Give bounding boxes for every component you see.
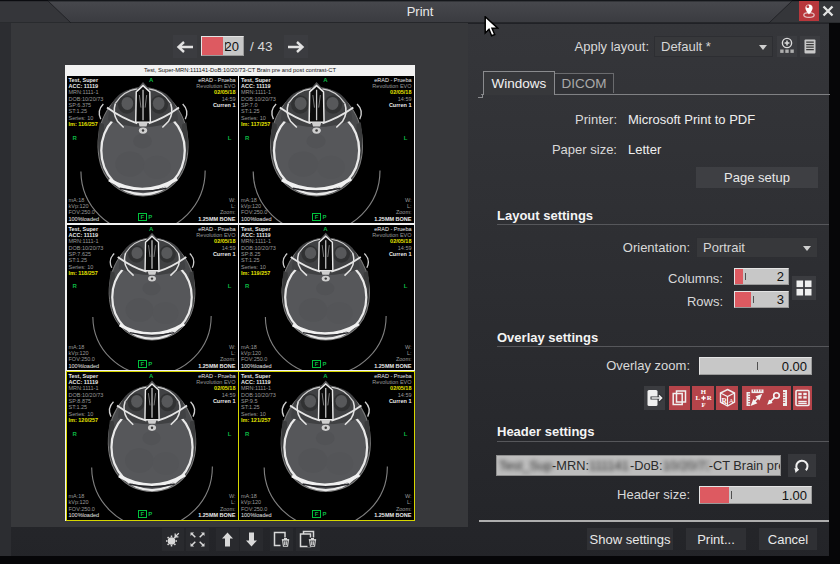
svg-text:A: A (728, 397, 733, 405)
svg-text:R: R (706, 394, 711, 401)
svg-text:F: F (701, 401, 705, 408)
svg-text:R: R (721, 397, 727, 406)
svg-text:L: L (695, 394, 700, 401)
